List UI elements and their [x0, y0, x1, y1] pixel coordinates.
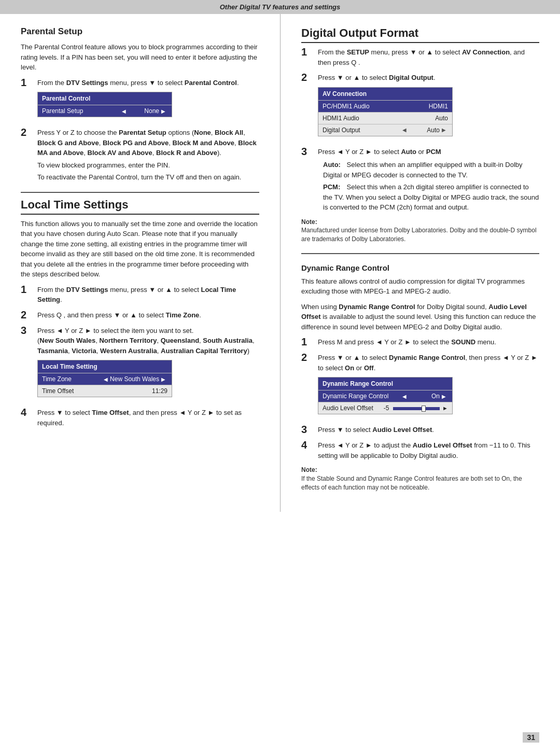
- local-time-menu-header: Local Time Setting: [38, 360, 172, 373]
- av-row3-left-arrow: ◀: [402, 126, 407, 134]
- local-offset-label: Time Offset: [42, 386, 136, 396]
- local-step-2: 2 Press Q , and then press ▼ or ▲ to sel…: [21, 310, 259, 320]
- drc-step-num-2: 2: [301, 352, 313, 363]
- step-num-2: 2: [21, 127, 32, 138]
- av-row2-label: HDMI1 Audio: [323, 114, 417, 123]
- local-right-arrow-icon: ▶: [161, 375, 165, 383]
- drc-step-4: 4 Press ◄ Y or Z ► to adjust the Audio L…: [301, 440, 539, 460]
- local-step-num-3: 3: [21, 325, 32, 336]
- local-time-menu-row-2: Time Offset 11:29: [38, 385, 172, 397]
- local-step-1-content: From the DTV Settings menu, press ▼ or ▲…: [37, 285, 259, 305]
- parental-step-1: 1 From the DTV Settings menu, press ▼ to…: [21, 78, 259, 123]
- drc-right-arrow-icon: ▶: [442, 393, 446, 400]
- drc-step-4-content: Press ◄ Y or Z ► to adjust the Audio Lev…: [318, 440, 539, 460]
- drc-step-2: 2 Press ▼ or ▲ to select Dynamic Range C…: [301, 353, 539, 420]
- digital-step-num-2: 2: [301, 72, 313, 83]
- local-step-2-content: Press Q , and then press ▼ or ▲ to selec…: [37, 310, 259, 320]
- page-number-area: 31: [523, 733, 539, 742]
- digital-output-steps: 1 From the SETUP menu, press ▼ or ▲ to s…: [301, 47, 539, 213]
- local-step-1: 1 From the DTV Settings menu, press ▼ or…: [21, 285, 259, 305]
- digital-step-1-content: From the SETUP menu, press ▼ or ▲ to sel…: [318, 47, 539, 67]
- local-time-title: Local Time Settings: [21, 198, 259, 215]
- local-time-intro: This function allows you to manually set…: [21, 219, 259, 280]
- local-left-arrow-icon: ◀: [104, 375, 108, 383]
- digital-step-3: 3 Press ◄ Y or Z ► to select Auto or PCM…: [301, 147, 539, 213]
- local-step-num-2: 2: [21, 309, 32, 320]
- drc-step-3: 3 Press ▼ to select Audio Level Offset.: [301, 425, 539, 435]
- digital-note-label: Note:: [301, 218, 317, 226]
- drc-note: Note: If the Stable Sound and Dynamic Ra…: [301, 466, 539, 492]
- drc-intro-1: This feature allows control of audio com…: [301, 276, 539, 297]
- drc-note-label: Note:: [301, 466, 317, 473]
- digital-step-num-1: 1: [301, 46, 313, 58]
- av-row3-label: Digital Output: [323, 125, 400, 135]
- drc-note-text: If the Stable Sound and Dynamic Range Co…: [301, 475, 522, 491]
- local-time-zone-label: Time Zone: [42, 374, 102, 384]
- drc-row2-label: Audio Level Offset: [323, 403, 382, 413]
- drc-row1-value: On: [409, 392, 440, 401]
- page-wrapper: Other Digital TV features and settings P…: [0, 0, 560, 754]
- right-column: Digital Output Format 1 From the SETUP m…: [280, 14, 539, 512]
- parental-step-2-content: Press Y or Z to choose the Parentat Setu…: [37, 128, 259, 183]
- local-step-3: 3 Press ◄ Y or Z ► to select the item yo…: [21, 326, 259, 403]
- local-step-num-1: 1: [21, 284, 32, 295]
- av-row1-value: HDMI1: [417, 102, 448, 111]
- local-offset-value: 11:29: [136, 386, 167, 396]
- local-step-4-content: Press ▼ to select Time Offset, and then …: [37, 408, 259, 428]
- drc-menu-row-2: Audio Level Offset -5 ►: [318, 402, 452, 414]
- digital-step-num-3: 3: [301, 146, 313, 157]
- drc-step-1-content: Press M and press ◄ Y or Z ► to select t…: [318, 337, 539, 347]
- av-menu-header: AV Connection: [318, 88, 452, 100]
- parental-menu-row-label: Parental Setup: [42, 106, 120, 116]
- drc-intro-2: When using Dynamic Range Control for Dol…: [301, 302, 539, 332]
- header-text: Other Digital TV features and settings: [220, 3, 341, 11]
- parental-step-2-extra-1: To view blocked programmes, enter the PI…: [37, 160, 259, 171]
- parental-step-2: 2 Press Y or Z to choose the Parentat Se…: [21, 128, 259, 183]
- drc-steps-list: 1 Press M and press ◄ Y or Z ► to select…: [301, 337, 539, 460]
- parental-menu-box: Parental Control Parental Setup ◀ None ▶: [37, 92, 172, 117]
- local-time-menu-box: Local Time Setting Time Zone ◀ New South…: [37, 360, 172, 397]
- digital-step-2-content: Press ▼ or ▲ to select Digital Output. A…: [318, 73, 539, 142]
- drc-step-num-3: 3: [301, 424, 313, 435]
- local-step-num-4: 4: [21, 407, 32, 418]
- drc-step-num-4: 4: [301, 439, 313, 451]
- parental-setup-title: Parental Setup: [21, 26, 259, 37]
- drc-divider: [301, 253, 539, 254]
- local-time-menu-row-1: Time Zone ◀ New South Wales ▶: [38, 373, 172, 385]
- parental-setup-intro: The Parental Control feature allows you …: [21, 42, 259, 73]
- digital-note-text: Manufactured under license from Dolby La…: [301, 227, 537, 243]
- left-column: Parental Setup The Parental Control feat…: [21, 14, 259, 512]
- drc-step-3-content: Press ▼ to select Audio Level Offset.: [318, 425, 539, 435]
- drc-menu-row-1: Dynamic Range Control ◀ On ▶: [318, 390, 452, 402]
- header-bar: Other Digital TV features and settings: [0, 0, 560, 14]
- drc-step-num-1: 1: [301, 336, 313, 347]
- digital-output-note: Note: Manufactured under license from Do…: [301, 218, 539, 244]
- auto-label: Auto:: [323, 160, 345, 170]
- av-menu-box: AV Connection PC/HDMI1 Audio HDMI1 HDMI1…: [318, 87, 453, 136]
- local-time-divider: [21, 192, 259, 193]
- local-time-zone-value: New South Wales: [110, 374, 159, 384]
- parental-step-1-content: From the DTV Settings menu, press ▼ to s…: [37, 78, 259, 123]
- av-row3-right-arrow: ▶: [442, 126, 446, 134]
- pcm-label: PCM:: [323, 182, 345, 192]
- drc-step-1: 1 Press M and press ◄ Y or Z ► to select…: [301, 337, 539, 347]
- drc-menu-box: Dynamic Range Control Dynamic Range Cont…: [318, 377, 453, 414]
- drc-step-2-content: Press ▼ or ▲ to select Dynamic Range Con…: [318, 353, 539, 420]
- drc-menu-header: Dynamic Range Control: [318, 378, 452, 390]
- parental-right-arrow-icon: ▶: [161, 107, 165, 115]
- digital-step-3-content: Press ◄ Y or Z ► to select Auto or PCM A…: [318, 147, 539, 213]
- parental-menu-header: Parental Control: [38, 92, 172, 105]
- digital-step-1: 1 From the SETUP menu, press ▼ or ▲ to s…: [301, 47, 539, 67]
- local-step-3-content: Press ◄ Y or Z ► to select the item you …: [37, 326, 259, 403]
- av-row1-label: PC/HDMI1 Audio: [323, 102, 417, 111]
- av-menu-row-3: Digital Output ◀ Auto ▶: [318, 124, 452, 136]
- local-time-steps-list: 1 From the DTV Settings menu, press ▼ or…: [21, 285, 259, 428]
- digital-step-2: 2 Press ▼ or ▲ to select Digital Output.…: [301, 73, 539, 142]
- drc-title: Dynamic Range Control: [301, 263, 539, 272]
- parental-menu-row-value: None: [128, 106, 159, 116]
- drc-row2-value: -5 ►: [382, 403, 448, 413]
- drc-left-arrow-icon: ◀: [402, 393, 407, 400]
- step-num-1: 1: [21, 77, 32, 88]
- digital-output-title: Digital Output Format: [301, 26, 539, 43]
- parental-steps-list: 1 From the DTV Settings menu, press ▼ to…: [21, 78, 259, 183]
